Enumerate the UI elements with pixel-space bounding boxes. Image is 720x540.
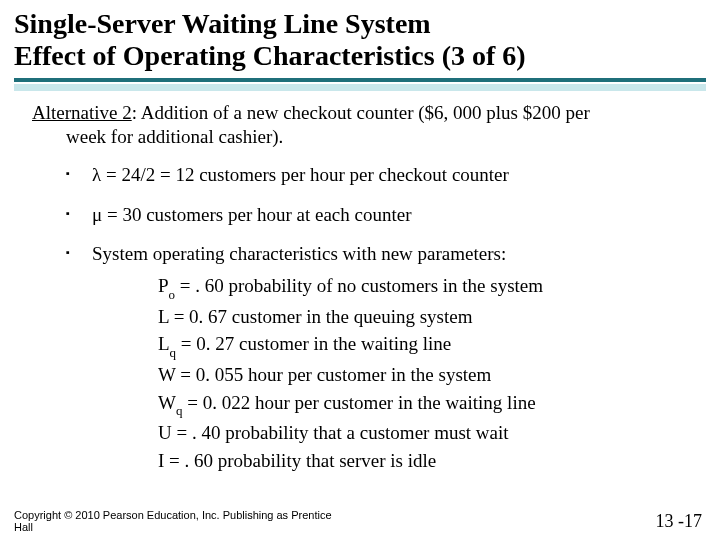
bullet-lambda: λ = 24/2 = 12 customers per hour per che… [66, 163, 694, 187]
metric-p0: Po = . 60 probability of no customers in… [158, 272, 694, 303]
metric-lq-sub: q [170, 345, 177, 360]
metric-lq-rest: = 0. 27 customer in the waiting line [176, 333, 451, 354]
metric-u-sym: U [158, 422, 172, 443]
slide-body: Alternative 2: Addition of a new checkou… [14, 101, 706, 474]
bullet-mu: μ = 30 customers per hour at each counte… [66, 203, 694, 227]
metric-wq-sym: W [158, 392, 176, 413]
copyright-footer: Copyright © 2010 Pearson Education, Inc.… [14, 509, 332, 534]
page-title: Single-Server Waiting Line System Effect… [14, 8, 706, 72]
metric-i-sym: I [158, 450, 169, 471]
bullet-lambda-text: = 24/2 = 12 customers per hour per check… [101, 164, 509, 185]
metric-i-rest: = . 60 probability that server is idle [169, 450, 436, 471]
metric-p0-sub: o [169, 287, 176, 302]
metric-p0-rest: = . 60 probability of no customers in th… [175, 275, 543, 296]
metric-wq-sub: q [176, 403, 183, 418]
rule-light [14, 84, 706, 91]
metric-wq-rest: = 0. 022 hour per customer in the waitin… [182, 392, 535, 413]
page-number: 13 -17 [656, 511, 703, 532]
metrics-block: Po = . 60 probability of no customers in… [158, 272, 694, 474]
title-line-1: Single-Server Waiting Line System [14, 8, 431, 39]
slide: Single-Server Waiting Line System Effect… [0, 0, 720, 540]
alternative-text-b: week for additional cashier). [66, 125, 694, 149]
metric-w-sym: W [158, 364, 176, 385]
metric-i: I = . 60 probability that server is idle [158, 447, 694, 475]
mu-symbol: μ [92, 204, 102, 225]
metric-l: L = 0. 67 customer in the queuing system [158, 303, 694, 331]
alternative-label: Alternative 2 [32, 102, 132, 123]
title-rule [14, 78, 706, 91]
metric-lq-sym: L [158, 333, 170, 354]
copyright-line-2: Hall [14, 521, 33, 533]
bullet-system-text: System operating characteristics with ne… [92, 243, 506, 264]
metric-p0-sym: P [158, 275, 169, 296]
bullet-list: λ = 24/2 = 12 customers per hour per che… [66, 163, 694, 474]
metric-w-rest: = 0. 055 hour per customer in the system [176, 364, 492, 385]
metric-l-rest: = 0. 67 customer in the queuing system [169, 306, 473, 327]
alternative-text-a: : Addition of a new checkout counter ($6… [132, 102, 590, 123]
alternative-line: Alternative 2: Addition of a new checkou… [32, 101, 694, 149]
lambda-symbol: λ [92, 164, 101, 185]
metric-u-rest: = . 40 probability that a customer must … [172, 422, 509, 443]
bullet-system: System operating characteristics with ne… [66, 242, 694, 474]
title-line-2: Effect of Operating Characteristics (3 o… [14, 40, 526, 71]
metric-w: W = 0. 055 hour per customer in the syst… [158, 361, 694, 389]
bullet-mu-text: = 30 customers per hour at each counter [102, 204, 411, 225]
copyright-line-1: Copyright © 2010 Pearson Education, Inc.… [14, 509, 332, 521]
metric-l-sym: L [158, 306, 169, 327]
metric-wq: Wq = 0. 022 hour per customer in the wai… [158, 389, 694, 420]
metric-lq: Lq = 0. 27 customer in the waiting line [158, 330, 694, 361]
metric-u: U = . 40 probability that a customer mus… [158, 419, 694, 447]
rule-dark [14, 78, 706, 82]
